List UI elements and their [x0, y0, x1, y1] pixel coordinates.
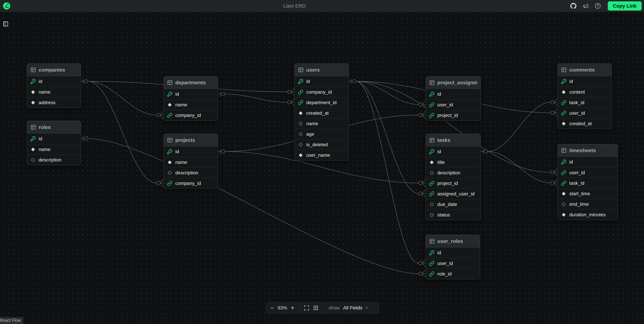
relationship-edge-companies.id-to-departments.company_id — [81, 81, 156, 115]
primary-key-icon — [429, 91, 434, 97]
column-row-comments-created_at: created_at — [558, 118, 612, 129]
column-name-label: duration_minutes — [569, 212, 606, 218]
table-node-companies[interactable]: companiesidnameaddress — [27, 63, 81, 108]
cardinality-one-circle-tasks.id — [484, 150, 488, 153]
cardinality-one-circle-departments.id — [222, 92, 225, 96]
relationship-edge-companies.id-to-projects.company_id — [81, 81, 156, 183]
tidy-up-icon[interactable] — [311, 303, 320, 312]
column-name-label: name — [306, 121, 318, 126]
cardinality-many-circle-comments.task_id — [551, 101, 554, 104]
table-name-label: departments — [175, 80, 206, 85]
column-row-users-is_deleted: is_deleted — [294, 139, 349, 150]
nullable-diamond-icon — [429, 170, 434, 176]
help-icon[interactable] — [594, 3, 601, 9]
megaphone-icon[interactable] — [582, 3, 589, 9]
column-name-label: description — [437, 170, 460, 176]
column-row-tasks-description: description — [426, 168, 480, 178]
table-header[interactable]: comments — [558, 64, 612, 76]
relationship-edge-tasks.id-to-comments.task_id — [481, 102, 550, 151]
table-header[interactable]: roles — [27, 121, 81, 133]
column-row-timesheets-id: id — [558, 157, 618, 167]
table-icon — [30, 67, 36, 73]
column-row-roles-id: id — [27, 133, 81, 144]
column-row-timesheets-end_time: end_time — [558, 199, 618, 209]
app-header: ℒ Liam ERD Copy Link — [0, 0, 644, 12]
table-node-comments[interactable]: commentsidcontenttask_iduser_idcreated_a… — [558, 63, 612, 129]
column-name-label: name — [175, 102, 187, 108]
table-header[interactable]: projects — [164, 134, 218, 146]
chevron-down-icon — [365, 306, 369, 310]
table-node-timesheets[interactable]: timesheetsiduser_idtask_idstart_timeend_… — [558, 144, 618, 220]
column-name-label: project_id — [437, 113, 458, 118]
table-header[interactable]: tasks — [426, 134, 480, 146]
nullable-diamond-icon — [167, 170, 172, 176]
notnull-diamond-icon — [298, 152, 303, 158]
foreign-key-link-icon — [167, 113, 172, 118]
table-header[interactable]: user_roles — [426, 235, 480, 247]
liam-logo-icon[interactable]: ℒ — [3, 2, 10, 10]
relationship-edge-departments.id-to-users.department_id — [218, 94, 288, 102]
panel-left-toggle-icon[interactable] — [2, 21, 9, 27]
column-row-user_roles-role_id: role_id — [426, 268, 480, 279]
cardinality-many-circle-user_roles.role_id — [419, 272, 422, 275]
column-row-users-department_id: department_id — [294, 97, 349, 108]
column-name-label: created_at — [306, 110, 328, 116]
column-name-label: user_id — [569, 110, 585, 116]
column-name-label: address — [38, 100, 56, 105]
copy-link-button[interactable]: Copy Link — [608, 1, 642, 11]
column-row-projects-id: id — [164, 146, 218, 157]
notnull-diamond-icon — [561, 212, 566, 218]
column-name-label: user_id — [569, 170, 585, 176]
zoom-in-button[interactable]: + — [288, 303, 297, 312]
column-name-label: created_at — [569, 121, 592, 126]
column-name-label: user_id — [437, 261, 453, 266]
column-row-users-id: id — [294, 76, 349, 87]
column-row-timesheets-user_id: user_id — [558, 167, 618, 178]
column-row-user_roles-id: id — [426, 247, 480, 258]
column-row-users-created_at: created_at — [294, 108, 349, 118]
github-icon[interactable] — [570, 3, 576, 9]
column-name-label: id — [437, 91, 441, 97]
column-row-comments-id: id — [558, 76, 612, 87]
column-name-label: name — [38, 89, 50, 95]
fit-view-icon[interactable] — [302, 303, 311, 312]
column-name-label: department_id — [306, 100, 336, 105]
cardinality-many-circle-tasks.project_id — [419, 181, 422, 185]
table-header[interactable]: project_assignme… — [426, 76, 480, 89]
cardinality-many-crowfoot-tasks.assigned_user_id — [422, 190, 426, 198]
cardinality-one-circle-users.id — [352, 80, 356, 83]
table-header[interactable]: departments — [164, 76, 218, 89]
cardinality-many-crowfoot-user_roles.role_id — [422, 270, 426, 277]
column-name-label: status — [437, 212, 450, 218]
table-header[interactable]: companies — [27, 64, 81, 76]
relationship-edge-tasks.id-to-timesheets.task_id — [481, 151, 550, 183]
table-node-users[interactable]: usersidcompany_iddepartment_idcreated_at… — [294, 63, 349, 160]
table-node-projects[interactable]: projectsidnamedescriptioncompany_id — [164, 134, 218, 189]
cardinality-many-circle-comments.user_id — [551, 111, 554, 114]
column-name-label: age — [306, 131, 314, 137]
zoom-out-button[interactable]: − — [268, 303, 277, 312]
table-node-tasks[interactable]: tasksidtitledescriptionproject_idassigne… — [426, 134, 481, 220]
table-node-departments[interactable]: departmentsidnamecompany_id — [164, 76, 218, 121]
table-icon — [561, 67, 567, 73]
react-flow-attribution[interactable]: React Flow — [0, 317, 23, 324]
primary-key-icon — [561, 79, 566, 84]
column-row-tasks-project_id: project_id — [426, 178, 480, 189]
table-node-project_assignments[interactable]: project_assignme…iduser_idproject_id — [426, 76, 481, 121]
nullable-diamond-icon — [30, 157, 36, 163]
column-row-tasks-assigned_user_id: assigned_user_id — [426, 189, 480, 199]
column-row-departments-name: name — [164, 99, 218, 110]
fields-filter-select[interactable]: All Fields — [341, 303, 372, 312]
foreign-key-link-icon — [429, 191, 434, 197]
table-header[interactable]: users — [294, 64, 349, 76]
table-node-roles[interactable]: rolesidnamedescription — [27, 121, 81, 165]
column-name-label: title — [437, 160, 445, 165]
column-name-label: end_time — [569, 202, 589, 207]
cardinality-one-circle-projects.id — [222, 150, 225, 153]
column-name-label: description — [38, 157, 62, 163]
table-node-user_roles[interactable]: user_rolesiduser_idrole_id — [426, 235, 480, 279]
relationship-edge-users.id-to-user_roles.user_id — [349, 81, 418, 263]
table-header[interactable]: timesheets — [558, 144, 618, 157]
column-name-label: content — [569, 89, 585, 95]
column-row-users-age: age — [294, 129, 349, 139]
